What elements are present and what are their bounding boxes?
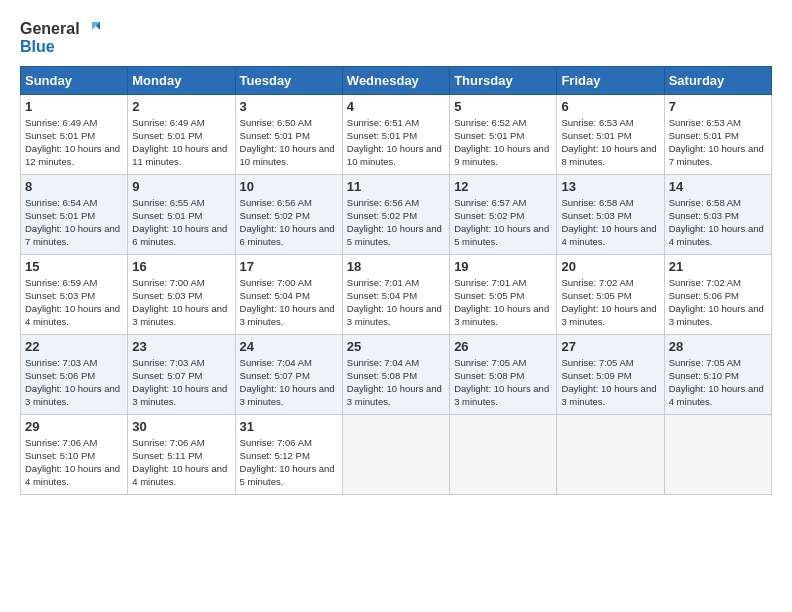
calendar-day-cell: 1Sunrise: 6:49 AMSunset: 5:01 PMDaylight… xyxy=(21,94,128,174)
calendar-day-cell: 27Sunrise: 7:05 AMSunset: 5:09 PMDayligh… xyxy=(557,334,664,414)
calendar-day-cell: 6Sunrise: 6:53 AMSunset: 5:01 PMDaylight… xyxy=(557,94,664,174)
calendar-day-cell: 22Sunrise: 7:03 AMSunset: 5:06 PMDayligh… xyxy=(21,334,128,414)
empty-day-cell xyxy=(664,414,771,494)
day-number: 4 xyxy=(347,99,445,114)
day-number: 13 xyxy=(561,179,659,194)
calendar-week-row: 22Sunrise: 7:03 AMSunset: 5:06 PMDayligh… xyxy=(21,334,772,414)
day-number: 6 xyxy=(561,99,659,114)
calendar-day-cell: 20Sunrise: 7:02 AMSunset: 5:05 PMDayligh… xyxy=(557,254,664,334)
calendar-week-row: 15Sunrise: 6:59 AMSunset: 5:03 PMDayligh… xyxy=(21,254,772,334)
calendar-day-cell: 19Sunrise: 7:01 AMSunset: 5:05 PMDayligh… xyxy=(450,254,557,334)
day-info: Sunrise: 7:05 AMSunset: 5:10 PMDaylight:… xyxy=(669,356,767,409)
day-info: Sunrise: 6:58 AMSunset: 5:03 PMDaylight:… xyxy=(669,196,767,249)
day-info: Sunrise: 6:54 AMSunset: 5:01 PMDaylight:… xyxy=(25,196,123,249)
empty-day-cell xyxy=(557,414,664,494)
day-number: 7 xyxy=(669,99,767,114)
calendar-day-cell: 12Sunrise: 6:57 AMSunset: 5:02 PMDayligh… xyxy=(450,174,557,254)
logo-arrow-icon xyxy=(82,20,100,38)
day-info: Sunrise: 7:05 AMSunset: 5:09 PMDaylight:… xyxy=(561,356,659,409)
day-info: Sunrise: 6:53 AMSunset: 5:01 PMDaylight:… xyxy=(669,116,767,169)
weekday-header-sunday: Sunday xyxy=(21,66,128,94)
calendar-day-cell: 18Sunrise: 7:01 AMSunset: 5:04 PMDayligh… xyxy=(342,254,449,334)
logo-blue: Blue xyxy=(20,38,55,56)
day-info: Sunrise: 7:04 AMSunset: 5:07 PMDaylight:… xyxy=(240,356,338,409)
day-number: 23 xyxy=(132,339,230,354)
day-number: 1 xyxy=(25,99,123,114)
logo-text-block: General Blue xyxy=(20,20,100,56)
calendar-week-row: 1Sunrise: 6:49 AMSunset: 5:01 PMDaylight… xyxy=(21,94,772,174)
day-info: Sunrise: 7:00 AMSunset: 5:04 PMDaylight:… xyxy=(240,276,338,329)
day-info: Sunrise: 6:52 AMSunset: 5:01 PMDaylight:… xyxy=(454,116,552,169)
weekday-header-monday: Monday xyxy=(128,66,235,94)
day-info: Sunrise: 7:06 AMSunset: 5:11 PMDaylight:… xyxy=(132,436,230,489)
calendar-day-cell: 2Sunrise: 6:49 AMSunset: 5:01 PMDaylight… xyxy=(128,94,235,174)
day-number: 29 xyxy=(25,419,123,434)
day-number: 30 xyxy=(132,419,230,434)
day-info: Sunrise: 7:03 AMSunset: 5:06 PMDaylight:… xyxy=(25,356,123,409)
logo: General Blue xyxy=(20,20,100,56)
calendar-day-cell: 5Sunrise: 6:52 AMSunset: 5:01 PMDaylight… xyxy=(450,94,557,174)
calendar-day-cell: 13Sunrise: 6:58 AMSunset: 5:03 PMDayligh… xyxy=(557,174,664,254)
day-number: 14 xyxy=(669,179,767,194)
weekday-header-thursday: Thursday xyxy=(450,66,557,94)
day-number: 26 xyxy=(454,339,552,354)
calendar-day-cell: 29Sunrise: 7:06 AMSunset: 5:10 PMDayligh… xyxy=(21,414,128,494)
calendar-day-cell: 21Sunrise: 7:02 AMSunset: 5:06 PMDayligh… xyxy=(664,254,771,334)
day-number: 3 xyxy=(240,99,338,114)
day-number: 20 xyxy=(561,259,659,274)
day-info: Sunrise: 6:56 AMSunset: 5:02 PMDaylight:… xyxy=(240,196,338,249)
day-info: Sunrise: 6:49 AMSunset: 5:01 PMDaylight:… xyxy=(132,116,230,169)
day-number: 21 xyxy=(669,259,767,274)
day-info: Sunrise: 7:06 AMSunset: 5:12 PMDaylight:… xyxy=(240,436,338,489)
day-info: Sunrise: 7:01 AMSunset: 5:05 PMDaylight:… xyxy=(454,276,552,329)
calendar-day-cell: 15Sunrise: 6:59 AMSunset: 5:03 PMDayligh… xyxy=(21,254,128,334)
calendar-day-cell: 28Sunrise: 7:05 AMSunset: 5:10 PMDayligh… xyxy=(664,334,771,414)
day-number: 12 xyxy=(454,179,552,194)
day-info: Sunrise: 6:58 AMSunset: 5:03 PMDaylight:… xyxy=(561,196,659,249)
calendar-day-cell: 10Sunrise: 6:56 AMSunset: 5:02 PMDayligh… xyxy=(235,174,342,254)
calendar-day-cell: 17Sunrise: 7:00 AMSunset: 5:04 PMDayligh… xyxy=(235,254,342,334)
day-number: 9 xyxy=(132,179,230,194)
calendar-week-row: 8Sunrise: 6:54 AMSunset: 5:01 PMDaylight… xyxy=(21,174,772,254)
day-info: Sunrise: 7:02 AMSunset: 5:06 PMDaylight:… xyxy=(669,276,767,329)
day-number: 24 xyxy=(240,339,338,354)
day-number: 16 xyxy=(132,259,230,274)
day-number: 11 xyxy=(347,179,445,194)
day-info: Sunrise: 7:04 AMSunset: 5:08 PMDaylight:… xyxy=(347,356,445,409)
empty-day-cell xyxy=(450,414,557,494)
calendar-day-cell: 11Sunrise: 6:56 AMSunset: 5:02 PMDayligh… xyxy=(342,174,449,254)
weekday-header-saturday: Saturday xyxy=(664,66,771,94)
calendar-day-cell: 25Sunrise: 7:04 AMSunset: 5:08 PMDayligh… xyxy=(342,334,449,414)
day-info: Sunrise: 7:05 AMSunset: 5:08 PMDaylight:… xyxy=(454,356,552,409)
day-number: 18 xyxy=(347,259,445,274)
calendar-day-cell: 16Sunrise: 7:00 AMSunset: 5:03 PMDayligh… xyxy=(128,254,235,334)
day-info: Sunrise: 6:51 AMSunset: 5:01 PMDaylight:… xyxy=(347,116,445,169)
day-number: 19 xyxy=(454,259,552,274)
header: General Blue xyxy=(20,20,772,56)
day-number: 8 xyxy=(25,179,123,194)
calendar-day-cell: 3Sunrise: 6:50 AMSunset: 5:01 PMDaylight… xyxy=(235,94,342,174)
day-info: Sunrise: 6:55 AMSunset: 5:01 PMDaylight:… xyxy=(132,196,230,249)
day-info: Sunrise: 7:00 AMSunset: 5:03 PMDaylight:… xyxy=(132,276,230,329)
calendar-week-row: 29Sunrise: 7:06 AMSunset: 5:10 PMDayligh… xyxy=(21,414,772,494)
day-info: Sunrise: 6:59 AMSunset: 5:03 PMDaylight:… xyxy=(25,276,123,329)
day-number: 22 xyxy=(25,339,123,354)
day-info: Sunrise: 7:02 AMSunset: 5:05 PMDaylight:… xyxy=(561,276,659,329)
day-info: Sunrise: 7:03 AMSunset: 5:07 PMDaylight:… xyxy=(132,356,230,409)
day-number: 28 xyxy=(669,339,767,354)
calendar-table: SundayMondayTuesdayWednesdayThursdayFrid… xyxy=(20,66,772,495)
day-info: Sunrise: 7:01 AMSunset: 5:04 PMDaylight:… xyxy=(347,276,445,329)
calendar-day-cell: 8Sunrise: 6:54 AMSunset: 5:01 PMDaylight… xyxy=(21,174,128,254)
calendar-day-cell: 9Sunrise: 6:55 AMSunset: 5:01 PMDaylight… xyxy=(128,174,235,254)
calendar-day-cell: 14Sunrise: 6:58 AMSunset: 5:03 PMDayligh… xyxy=(664,174,771,254)
weekday-header-tuesday: Tuesday xyxy=(235,66,342,94)
day-info: Sunrise: 6:53 AMSunset: 5:01 PMDaylight:… xyxy=(561,116,659,169)
calendar-day-cell: 31Sunrise: 7:06 AMSunset: 5:12 PMDayligh… xyxy=(235,414,342,494)
day-number: 31 xyxy=(240,419,338,434)
day-info: Sunrise: 6:50 AMSunset: 5:01 PMDaylight:… xyxy=(240,116,338,169)
calendar-day-cell: 23Sunrise: 7:03 AMSunset: 5:07 PMDayligh… xyxy=(128,334,235,414)
day-number: 17 xyxy=(240,259,338,274)
day-number: 10 xyxy=(240,179,338,194)
day-number: 2 xyxy=(132,99,230,114)
empty-day-cell xyxy=(342,414,449,494)
